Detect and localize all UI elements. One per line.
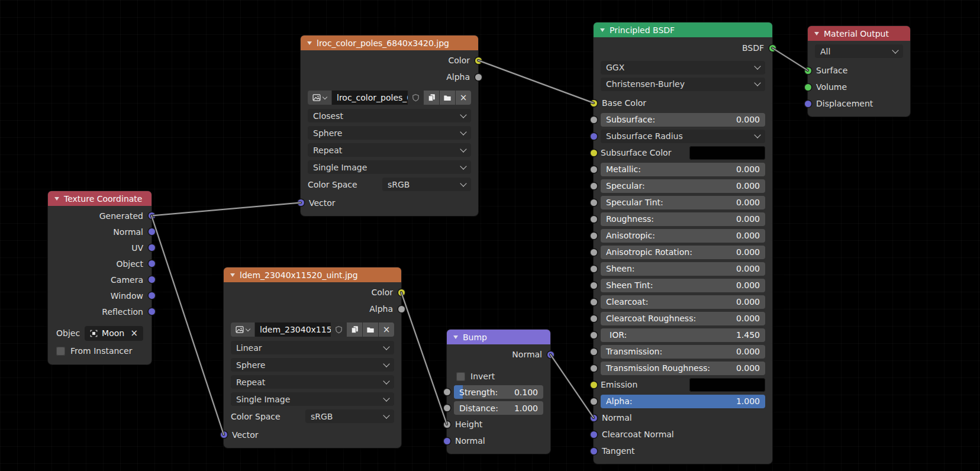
socket-normal-input[interactable] xyxy=(444,438,450,444)
socket-strength-input[interactable] xyxy=(444,389,450,395)
socket-subsurface-color-input[interactable] xyxy=(591,150,597,156)
color-space-select[interactable]: sRGB xyxy=(305,409,394,423)
clearcoat-roughness-slider[interactable]: Clearcoat Roughness:0.000 xyxy=(601,312,765,325)
socket-transmission-roughness-input[interactable] xyxy=(591,365,597,372)
socket-uv-output[interactable] xyxy=(149,244,155,251)
socket-surface-input[interactable] xyxy=(805,67,811,74)
socket-reflection-output[interactable] xyxy=(149,308,155,315)
distance-slider[interactable]: Distance: 1.000 xyxy=(454,401,543,415)
duplicate-image-button[interactable] xyxy=(347,322,362,337)
duplicate-image-button[interactable] xyxy=(424,91,439,105)
node-header[interactable]: Material Output xyxy=(808,26,910,41)
socket-ior-input[interactable] xyxy=(591,332,597,338)
source-select[interactable]: Single Image xyxy=(308,160,471,174)
socket-window-output[interactable] xyxy=(149,292,155,299)
node-header[interactable]: ldem_23040x11520_uint.jpg xyxy=(224,267,401,282)
clear-object-icon[interactable]: × xyxy=(130,329,138,338)
image-browse-button[interactable] xyxy=(231,322,254,337)
socket-alpha-input[interactable] xyxy=(591,398,597,405)
image-name-field[interactable]: lroc_color_poles_6.. xyxy=(332,91,408,105)
socket-height-input[interactable] xyxy=(444,421,450,428)
transmission-slider[interactable]: Transmission:0.000 xyxy=(601,345,765,359)
interpolation-select[interactable]: Linear xyxy=(231,341,394,354)
invert-checkbox[interactable] xyxy=(456,372,465,381)
socket-distance-input[interactable] xyxy=(444,405,450,411)
fake-user-button[interactable] xyxy=(331,322,346,337)
collapse-icon[interactable] xyxy=(600,28,605,32)
socket-generated-output[interactable] xyxy=(149,212,155,219)
source-select[interactable]: Single Image xyxy=(231,392,394,406)
collapse-icon[interactable] xyxy=(54,197,59,201)
node-image-texture-lroc[interactable]: lroc_color_poles_6840x3420.jpg Color Alp… xyxy=(301,36,478,216)
object-selector[interactable]: Moon × xyxy=(85,326,143,341)
node-header[interactable]: lroc_color_poles_6840x3420.jpg xyxy=(301,36,478,50)
socket-tangent-input[interactable] xyxy=(591,448,597,454)
node-header[interactable]: Texture Coordinate xyxy=(48,191,151,206)
specular-slider[interactable]: Specular:0.000 xyxy=(601,179,765,193)
socket-vector-input[interactable] xyxy=(221,431,227,438)
interpolation-select[interactable]: Closest xyxy=(308,109,471,122)
fake-user-button[interactable] xyxy=(408,91,423,105)
extension-select[interactable]: Repeat xyxy=(308,143,471,157)
socket-anisotropic-rotation-input[interactable] xyxy=(591,249,597,256)
socket-sheen-input[interactable] xyxy=(591,266,597,272)
socket-alpha-output[interactable] xyxy=(398,306,405,312)
socket-subsurface-input[interactable] xyxy=(591,117,597,123)
sheen-tint-slider[interactable]: Sheen Tint:0.000 xyxy=(601,279,765,292)
socket-base-color-input[interactable] xyxy=(591,100,597,107)
socket-sheen-tint-input[interactable] xyxy=(591,282,597,289)
collapse-icon[interactable] xyxy=(453,335,458,339)
unlink-image-button[interactable]: × xyxy=(379,322,394,337)
socket-color-output[interactable] xyxy=(398,289,405,296)
projection-select[interactable]: Sphere xyxy=(231,358,394,372)
socket-color-output[interactable] xyxy=(475,57,482,64)
node-header[interactable]: Principled BSDF xyxy=(594,22,772,37)
metallic-slider[interactable]: Metallic:0.000 xyxy=(601,163,765,176)
socket-alpha-output[interactable] xyxy=(475,74,482,80)
subsurface-color-swatch[interactable] xyxy=(689,146,765,160)
socket-anisotropic-input[interactable] xyxy=(591,233,597,239)
node-bump[interactable]: Bump Normal Invert Strength: 0.100 Dista… xyxy=(447,330,550,454)
open-image-button[interactable] xyxy=(440,91,455,105)
color-space-select[interactable]: sRGB xyxy=(382,178,471,191)
socket-camera-output[interactable] xyxy=(149,276,155,283)
target-select[interactable]: All xyxy=(815,44,903,58)
collapse-icon[interactable] xyxy=(307,41,312,45)
image-name-field[interactable]: ldem_23040x115.. xyxy=(255,322,331,337)
anisotropic-slider[interactable]: Anisotropic:0.000 xyxy=(601,229,765,243)
subsurface-radius-select[interactable]: Subsurface Radius xyxy=(601,130,765,143)
extension-select[interactable]: Repeat xyxy=(231,375,394,389)
subsurface-method-select[interactable]: Christensen-Burley xyxy=(601,78,765,91)
socket-emission-input[interactable] xyxy=(591,382,597,388)
distribution-select[interactable]: GGX xyxy=(601,61,765,75)
transmission-roughness-slider[interactable]: Transmission Roughness:0.000 xyxy=(601,362,765,375)
collapse-icon[interactable] xyxy=(814,32,819,36)
node-texture-coordinate[interactable]: Texture Coordinate Generated Normal UV O… xyxy=(48,191,151,364)
node-editor-canvas[interactable]: Texture Coordinate Generated Normal UV O… xyxy=(0,0,980,471)
emission-color-swatch[interactable] xyxy=(689,378,765,392)
socket-normal-output[interactable] xyxy=(149,228,155,235)
socket-volume-input[interactable] xyxy=(805,84,811,91)
socket-clearcoat-roughness-input[interactable] xyxy=(591,315,597,322)
socket-subsurface-radius-input[interactable] xyxy=(591,133,597,140)
node-image-texture-ldem[interactable]: ldem_23040x11520_uint.jpg Color Alpha ld… xyxy=(224,267,401,448)
socket-clearcoat-input[interactable] xyxy=(591,299,597,305)
projection-select[interactable]: Sphere xyxy=(308,126,471,140)
node-principled-bsdf[interactable]: Principled BSDF BSDF GGX Christensen-Bur… xyxy=(594,22,772,464)
socket-normal-output[interactable] xyxy=(547,351,554,358)
socket-metallic-input[interactable] xyxy=(591,166,597,173)
node-material-output[interactable]: Material Output All Surface Volume Displ… xyxy=(808,26,910,117)
image-browse-button[interactable] xyxy=(308,91,331,105)
anisotropic-rotation-slider[interactable]: Anisotropic Rotation:0.000 xyxy=(601,246,765,259)
unlink-image-button[interactable]: × xyxy=(456,91,471,105)
socket-roughness-input[interactable] xyxy=(591,216,597,222)
roughness-slider[interactable]: Roughness:0.000 xyxy=(601,212,765,226)
clearcoat-slider[interactable]: Clearcoat:0.000 xyxy=(601,295,765,309)
alpha-slider[interactable]: Alpha:1.000 xyxy=(601,395,765,408)
node-header[interactable]: Bump xyxy=(447,330,550,344)
socket-specular-tint-input[interactable] xyxy=(591,199,597,206)
sheen-slider[interactable]: Sheen:0.000 xyxy=(601,262,765,276)
open-image-button[interactable] xyxy=(363,322,378,337)
socket-vector-input[interactable] xyxy=(298,199,304,206)
specular-tint-slider[interactable]: Specular Tint:0.000 xyxy=(601,196,765,209)
